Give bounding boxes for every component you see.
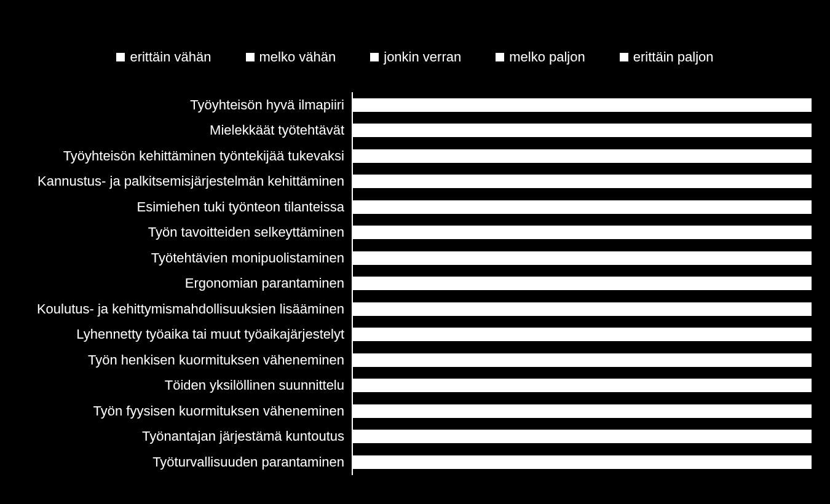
bar-track xyxy=(352,296,812,322)
legend-label: melko paljon xyxy=(509,49,585,65)
bar-track xyxy=(352,118,812,144)
category-label: Työn henkisen kuormituksen väheneminen xyxy=(18,352,352,368)
legend-swatch-icon xyxy=(116,53,125,61)
bar xyxy=(353,404,812,418)
bar xyxy=(353,430,812,443)
chart-row: Työyhteisön hyvä ilmapiiri xyxy=(18,92,812,118)
chart-row: Esimiehen tuki työnteon tilanteissa xyxy=(18,194,812,220)
legend-swatch-icon xyxy=(246,53,255,61)
bar-track xyxy=(352,220,812,246)
chart-row: Työturvallisuuden parantaminen xyxy=(18,449,812,475)
chart-row: Työyhteisön kehittäminen työntekijää tuk… xyxy=(18,143,812,169)
category-label: Työn fyysisen kuormituksen väheneminen xyxy=(18,403,352,419)
category-label: Työturvallisuuden parantaminen xyxy=(18,454,352,470)
bar-track xyxy=(352,143,812,169)
bar xyxy=(353,455,812,469)
category-label: Esimiehen tuki työnteon tilanteissa xyxy=(18,199,352,215)
chart-row: Ergonomian parantaminen xyxy=(18,271,812,297)
bar xyxy=(353,353,812,367)
stacked-bar-chart: erittäin vähän melko vähän jonkin verran… xyxy=(0,0,830,504)
chart-row: Kannustus- ja palkitsemisjärjestelmän ke… xyxy=(18,169,812,195)
category-label: Lyhennetty työaika tai muut työaikajärje… xyxy=(18,326,352,342)
bar-track xyxy=(352,424,812,450)
bar-track xyxy=(352,449,812,475)
legend-label: erittäin paljon xyxy=(633,49,714,65)
bar xyxy=(353,98,812,112)
chart-legend: erittäin vähän melko vähän jonkin verran… xyxy=(0,49,830,65)
bar xyxy=(353,200,812,214)
bar xyxy=(353,379,812,392)
category-label: Työyhteisön kehittäminen työntekijää tuk… xyxy=(18,148,352,164)
category-label: Työyhteisön hyvä ilmapiiri xyxy=(18,97,352,113)
legend-label: jonkin verran xyxy=(384,49,461,65)
bar xyxy=(353,251,812,265)
chart-row: Työtehtävien monipuolistaminen xyxy=(18,245,812,271)
category-label: Työn tavoitteiden selkeyttäminen xyxy=(18,224,352,240)
legend-swatch-icon xyxy=(620,53,628,61)
bar xyxy=(353,175,812,188)
category-label: Mielekkäät työtehtävät xyxy=(18,122,352,138)
legend-item: melko vähän xyxy=(246,49,336,65)
chart-row: Työnantajan järjestämä kuntoutus xyxy=(18,424,812,450)
legend-item: erittäin vähän xyxy=(116,49,211,65)
chart-row: Työn henkisen kuormituksen väheneminen xyxy=(18,347,812,373)
bar-track xyxy=(352,398,812,424)
legend-item: melko paljon xyxy=(496,49,585,65)
bar xyxy=(353,302,812,316)
legend-item: erittäin paljon xyxy=(620,49,714,65)
legend-swatch-icon xyxy=(496,53,504,61)
bar xyxy=(353,226,812,239)
chart-row: Työn fyysisen kuormituksen väheneminen xyxy=(18,398,812,424)
bar-track xyxy=(352,322,812,348)
bar-track xyxy=(352,194,812,220)
chart-row: Koulutus- ja kehittymismahdollisuuksien … xyxy=(18,296,812,322)
category-label: Kannustus- ja palkitsemisjärjestelmän ke… xyxy=(18,173,352,189)
chart-row: Työn tavoitteiden selkeyttäminen xyxy=(18,220,812,246)
legend-label: melko vähän xyxy=(259,49,336,65)
chart-row: Lyhennetty työaika tai muut työaikajärje… xyxy=(18,322,812,348)
category-label: Koulutus- ja kehittymismahdollisuuksien … xyxy=(18,301,352,317)
category-label: Työtehtävien monipuolistaminen xyxy=(18,250,352,266)
chart-row: Mielekkäät työtehtävät xyxy=(18,118,812,144)
chart-row: Töiden yksilöllinen suunnittelu xyxy=(18,373,812,399)
legend-item: jonkin verran xyxy=(370,49,461,65)
bar xyxy=(353,124,812,137)
plot-area: Työyhteisön hyvä ilmapiiriMielekkäät työ… xyxy=(18,92,812,479)
bar-track xyxy=(352,245,812,271)
bar-track xyxy=(352,373,812,399)
category-label: Töiden yksilöllinen suunnittelu xyxy=(18,377,352,393)
bar xyxy=(353,328,812,341)
category-label: Ergonomian parantaminen xyxy=(18,275,352,291)
legend-label: erittäin vähän xyxy=(130,49,211,65)
category-label: Työnantajan järjestämä kuntoutus xyxy=(18,428,352,444)
legend-swatch-icon xyxy=(370,53,379,61)
bar-track xyxy=(352,347,812,373)
bar-track xyxy=(352,271,812,297)
bar-track xyxy=(352,92,812,118)
bar-track xyxy=(352,169,812,195)
bar xyxy=(353,149,812,163)
bar xyxy=(353,277,812,290)
